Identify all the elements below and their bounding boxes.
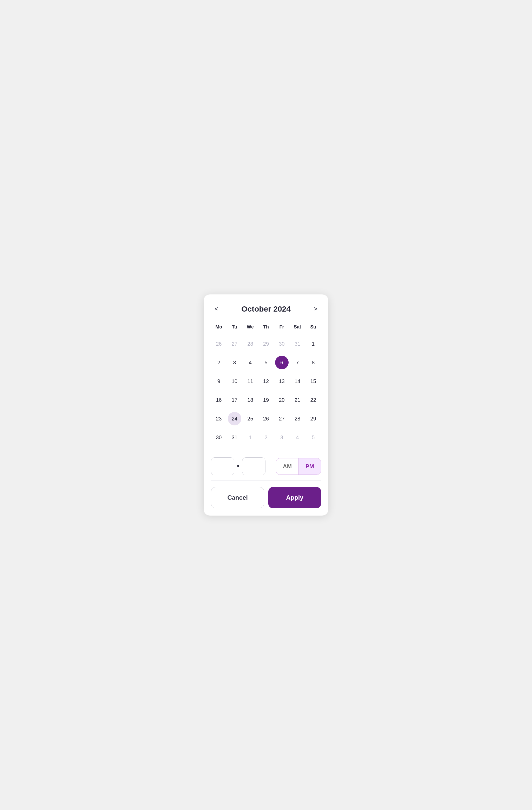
pm-button[interactable]: PM bbox=[298, 458, 321, 474]
day-cell-3[interactable]: 3 bbox=[227, 353, 243, 372]
day-cell-26[interactable]: 26 bbox=[258, 409, 274, 428]
day-inner: 31 bbox=[228, 431, 241, 444]
day-cell-27[interactable]: 27 bbox=[274, 409, 289, 428]
day-cell-30[interactable]: 30 bbox=[211, 428, 227, 447]
time-colon: • bbox=[237, 462, 239, 470]
time-divider bbox=[211, 452, 321, 452]
day-inner: 24 bbox=[228, 412, 241, 425]
calendar-week-1: 2345678 bbox=[211, 353, 321, 372]
day-headers-row: MoTuWeThFrSatSu bbox=[211, 324, 321, 335]
day-inner: 29 bbox=[259, 337, 273, 351]
day-inner: 31 bbox=[291, 337, 304, 351]
day-cell-30[interactable]: 30 bbox=[274, 335, 289, 353]
minutes-input[interactable]: 02 bbox=[242, 457, 265, 475]
day-cell-13[interactable]: 13 bbox=[274, 372, 289, 391]
day-cell-19[interactable]: 19 bbox=[258, 391, 274, 409]
calendar-header: < October 2024 > bbox=[211, 303, 321, 315]
time-picker: 02 • 02 AM PM bbox=[211, 457, 321, 475]
calendar-grid: MoTuWeThFrSatSu 262728293031123456789101… bbox=[211, 324, 321, 447]
day-cell-6[interactable]: 6 bbox=[274, 353, 289, 372]
day-inner: 13 bbox=[275, 374, 288, 388]
calendar-week-4: 23242526272829 bbox=[211, 409, 321, 428]
calendar-week-3: 16171819202122 bbox=[211, 391, 321, 409]
day-cell-29[interactable]: 29 bbox=[258, 335, 274, 353]
day-cell-5[interactable]: 5 bbox=[258, 353, 274, 372]
day-inner: 11 bbox=[244, 374, 257, 388]
bottom-divider bbox=[211, 481, 321, 481]
day-inner: 27 bbox=[228, 337, 241, 351]
day-cell-23[interactable]: 23 bbox=[211, 409, 227, 428]
calendar-week-2: 9101112131415 bbox=[211, 372, 321, 391]
calendar-body: 2627282930311234567891011121314151617181… bbox=[211, 335, 321, 447]
day-cell-4[interactable]: 4 bbox=[289, 428, 305, 447]
day-inner: 18 bbox=[244, 393, 257, 407]
day-cell-16[interactable]: 16 bbox=[211, 391, 227, 409]
day-inner: 12 bbox=[259, 374, 273, 388]
prev-month-button[interactable]: < bbox=[211, 303, 222, 315]
day-cell-31[interactable]: 31 bbox=[227, 428, 243, 447]
day-inner: 10 bbox=[228, 374, 241, 388]
day-cell-7[interactable]: 7 bbox=[289, 353, 305, 372]
day-inner: 15 bbox=[306, 374, 320, 388]
day-inner: 26 bbox=[259, 412, 273, 425]
day-inner: 1 bbox=[306, 337, 320, 351]
day-cell-27[interactable]: 27 bbox=[227, 335, 243, 353]
day-cell-15[interactable]: 15 bbox=[305, 372, 321, 391]
day-inner: 5 bbox=[306, 431, 320, 444]
day-cell-21[interactable]: 21 bbox=[289, 391, 305, 409]
day-cell-2[interactable]: 2 bbox=[258, 428, 274, 447]
day-inner: 26 bbox=[212, 337, 226, 351]
action-buttons: Cancel Apply bbox=[211, 487, 321, 508]
day-cell-1[interactable]: 1 bbox=[243, 428, 258, 447]
day-inner: 3 bbox=[228, 356, 241, 369]
day-inner: 17 bbox=[228, 393, 241, 407]
day-inner: 7 bbox=[291, 356, 304, 369]
apply-button[interactable]: Apply bbox=[268, 487, 321, 508]
day-header-su: Su bbox=[305, 324, 321, 335]
day-cell-18[interactable]: 18 bbox=[243, 391, 258, 409]
day-cell-1[interactable]: 1 bbox=[305, 335, 321, 353]
day-header-sat: Sat bbox=[289, 324, 305, 335]
day-cell-24[interactable]: 24 bbox=[227, 409, 243, 428]
day-inner: 30 bbox=[275, 337, 288, 351]
day-cell-28[interactable]: 28 bbox=[243, 335, 258, 353]
day-inner: 29 bbox=[306, 412, 320, 425]
day-inner: 25 bbox=[244, 412, 257, 425]
day-cell-8[interactable]: 8 bbox=[305, 353, 321, 372]
day-header-th: Th bbox=[258, 324, 274, 335]
day-inner: 21 bbox=[291, 393, 304, 407]
day-cell-2[interactable]: 2 bbox=[211, 353, 227, 372]
cancel-button[interactable]: Cancel bbox=[211, 487, 264, 508]
day-cell-4[interactable]: 4 bbox=[243, 353, 258, 372]
day-cell-5[interactable]: 5 bbox=[305, 428, 321, 447]
day-inner: 22 bbox=[306, 393, 320, 407]
day-cell-12[interactable]: 12 bbox=[258, 372, 274, 391]
day-cell-11[interactable]: 11 bbox=[243, 372, 258, 391]
day-cell-29[interactable]: 29 bbox=[305, 409, 321, 428]
day-cell-14[interactable]: 14 bbox=[289, 372, 305, 391]
day-inner: 19 bbox=[259, 393, 273, 407]
day-cell-10[interactable]: 10 bbox=[227, 372, 243, 391]
day-cell-26[interactable]: 26 bbox=[211, 335, 227, 353]
day-cell-22[interactable]: 22 bbox=[305, 391, 321, 409]
day-cell-9[interactable]: 9 bbox=[211, 372, 227, 391]
day-header-fr: Fr bbox=[274, 324, 289, 335]
day-inner: 4 bbox=[291, 431, 304, 444]
day-inner: 3 bbox=[275, 431, 288, 444]
day-cell-17[interactable]: 17 bbox=[227, 391, 243, 409]
calendar-week-5: 303112345 bbox=[211, 428, 321, 447]
day-cell-25[interactable]: 25 bbox=[243, 409, 258, 428]
day-header-tu: Tu bbox=[227, 324, 243, 335]
hours-input[interactable]: 02 bbox=[211, 457, 234, 475]
day-cell-20[interactable]: 20 bbox=[274, 391, 289, 409]
day-header-we: We bbox=[243, 324, 258, 335]
next-month-button[interactable]: > bbox=[310, 303, 321, 315]
day-cell-3[interactable]: 3 bbox=[274, 428, 289, 447]
day-cell-31[interactable]: 31 bbox=[289, 335, 305, 353]
day-inner: 1 bbox=[244, 431, 257, 444]
day-inner: 2 bbox=[259, 431, 273, 444]
day-inner: 27 bbox=[275, 412, 288, 425]
day-cell-28[interactable]: 28 bbox=[289, 409, 305, 428]
am-button[interactable]: AM bbox=[276, 458, 298, 474]
day-inner: 28 bbox=[244, 337, 257, 351]
